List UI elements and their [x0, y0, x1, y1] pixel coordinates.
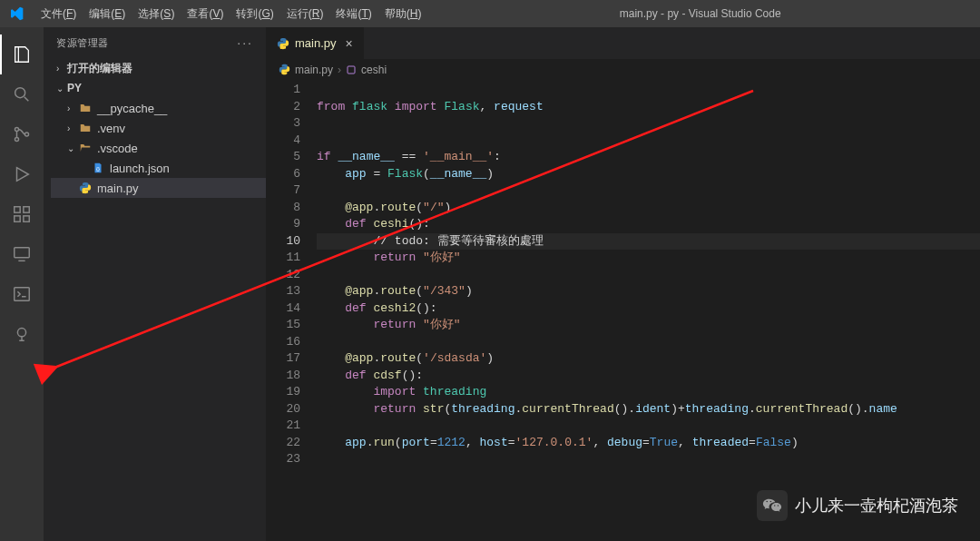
- python-file-icon: [78, 182, 93, 194]
- code-line[interactable]: [317, 267, 980, 284]
- code-line[interactable]: import threading: [317, 384, 980, 401]
- code-line[interactable]: return "你好": [317, 317, 980, 334]
- svg-point-0: [15, 88, 25, 98]
- chevron-right-icon: ›: [338, 64, 341, 76]
- folder-open-icon: [78, 142, 93, 154]
- menu-g[interactable]: 转到(G): [230, 7, 279, 20]
- search-icon[interactable]: [0, 74, 44, 114]
- code-line[interactable]: return "你好": [317, 250, 980, 267]
- breadcrumb-file: main.py: [295, 64, 333, 76]
- folder-icon: [78, 122, 93, 134]
- code-line[interactable]: [317, 82, 980, 99]
- code-line[interactable]: [317, 133, 980, 150]
- tab-main-py[interactable]: main.py ×: [266, 27, 365, 59]
- svg-text:{}: {}: [96, 166, 100, 172]
- folder-root[interactable]: ⌄ PY: [51, 78, 266, 98]
- code-line[interactable]: [317, 451, 980, 468]
- line-number-gutter: 1234567891011121314151617181920212223: [266, 80, 317, 541]
- svg-rect-6: [15, 216, 20, 221]
- code-line[interactable]: [317, 182, 980, 200]
- tab-label: main.py: [295, 36, 337, 50]
- menu-h[interactable]: 帮助(H): [378, 7, 428, 20]
- terminal-icon[interactable]: [0, 274, 44, 314]
- menu-e[interactable]: 编辑(E): [83, 7, 132, 20]
- watermark-text: 小儿来一壶枸杞酒泡茶: [795, 495, 958, 516]
- source-control-icon[interactable]: [0, 114, 44, 154]
- editor-tabs: main.py ×: [266, 27, 980, 60]
- code-line[interactable]: def cdsf():: [317, 368, 980, 385]
- remote-icon[interactable]: [0, 234, 44, 274]
- folder-item[interactable]: ⌄ .vscode: [51, 138, 266, 158]
- menu-t[interactable]: 终端(T): [329, 7, 377, 20]
- activity-bar: [0, 27, 44, 541]
- breadcrumb-symbol: ceshi: [361, 64, 387, 76]
- menu-f[interactable]: 文件(F): [34, 7, 83, 20]
- editor-area: main.py × main.py › ceshi 12345678910111…: [266, 27, 980, 541]
- svg-point-10: [17, 329, 25, 337]
- title-bar: 文件(F)编辑(E)选择(S)查看(V)转到(G)运行(R)终端(T)帮助(H)…: [0, 0, 980, 27]
- close-tab-icon[interactable]: ×: [346, 36, 353, 51]
- svg-point-1: [15, 127, 18, 131]
- code-line[interactable]: // todo: 需要等待審核的處理: [317, 233, 980, 251]
- explorer-icon[interactable]: [0, 34, 44, 74]
- svg-rect-7: [24, 216, 29, 221]
- code-line[interactable]: def ceshi2():: [317, 300, 980, 318]
- wechat-icon: [757, 490, 788, 521]
- menu-r[interactable]: 运行(R): [280, 7, 330, 20]
- code-line[interactable]: def ceshi():: [317, 216, 980, 233]
- extensions-icon[interactable]: [0, 194, 44, 234]
- code-line[interactable]: @app.route("/343"): [317, 283, 980, 300]
- watermark: 小儿来一壶枸杞酒泡茶: [757, 490, 958, 521]
- window-title: main.py - py - Visual Studio Code: [427, 7, 973, 20]
- file-item-json[interactable]: {} launch.json: [51, 158, 266, 178]
- svg-rect-4: [15, 207, 20, 212]
- symbol-icon: [346, 64, 357, 75]
- python-file-icon: [279, 64, 290, 75]
- folder-item[interactable]: › __pycache__: [51, 98, 266, 118]
- code-line[interactable]: return str(threading.currentThread().ide…: [317, 401, 980, 418]
- vscode-logo-icon: [7, 5, 25, 23]
- code-line[interactable]: if __name__ == '__main__':: [317, 149, 980, 166]
- json-file-icon: {}: [91, 162, 105, 174]
- breadcrumb[interactable]: main.py › ceshi: [266, 60, 980, 80]
- code-line[interactable]: [317, 418, 980, 435]
- run-debug-icon[interactable]: [0, 154, 44, 194]
- svg-rect-8: [15, 248, 30, 258]
- menu-v[interactable]: 查看(V): [181, 7, 230, 20]
- code-line[interactable]: app.run(port=1212, host='127.0.0.1', deb…: [317, 435, 980, 452]
- explorer-sidebar: 资源管理器 ··· › 打开的编辑器 ⌄ PY › __pycache__ › …: [44, 27, 266, 541]
- svg-rect-9: [15, 288, 30, 301]
- code-line[interactable]: from flask import Flask, request: [317, 99, 980, 116]
- folder-icon: [78, 102, 93, 114]
- code-line[interactable]: @app.route('/sdasda'): [317, 350, 980, 368]
- svg-rect-12: [348, 66, 355, 74]
- file-item-main-py[interactable]: main.py: [51, 178, 266, 198]
- more-actions-icon[interactable]: ···: [237, 35, 253, 50]
- main-menu: 文件(F)编辑(E)选择(S)查看(V)转到(G)运行(R)终端(T)帮助(H): [34, 6, 427, 22]
- code-content[interactable]: from flask import Flask, requestif __nam…: [317, 80, 980, 541]
- svg-point-3: [24, 133, 28, 136]
- code-line[interactable]: [317, 115, 980, 133]
- sidebar-title: 资源管理器: [56, 36, 109, 50]
- code-editor[interactable]: 1234567891011121314151617181920212223 fr…: [266, 80, 980, 541]
- svg-rect-5: [24, 207, 29, 212]
- code-line[interactable]: @app.route("/"): [317, 200, 980, 217]
- python-file-icon: [277, 37, 289, 50]
- tree-icon[interactable]: [0, 314, 44, 354]
- svg-point-2: [15, 137, 18, 141]
- code-line[interactable]: app = Flask(__name__): [317, 166, 980, 183]
- open-editors-section[interactable]: › 打开的编辑器: [51, 58, 266, 78]
- code-line[interactable]: [317, 334, 980, 351]
- folder-item[interactable]: › .venv: [51, 118, 266, 138]
- menu-s[interactable]: 选择(S): [132, 7, 181, 20]
